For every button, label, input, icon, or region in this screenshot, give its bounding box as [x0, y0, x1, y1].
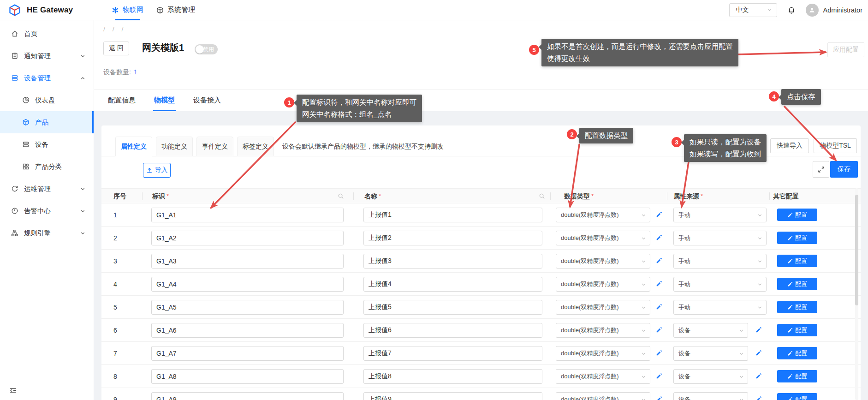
- source-select[interactable]: 设备: [673, 369, 748, 384]
- data-type-select[interactable]: double(双精度浮点数): [556, 369, 650, 384]
- import-button[interactable]: 导入: [143, 163, 171, 178]
- name-input[interactable]: [363, 231, 542, 245]
- config-button[interactable]: 配置: [777, 209, 817, 221]
- edit-data-type-icon[interactable]: [656, 304, 662, 310]
- avatar[interactable]: [806, 4, 819, 17]
- source-select[interactable]: 手动: [673, 277, 767, 292]
- sidebar-item-rules[interactable]: 规则引擎: [0, 222, 94, 244]
- edit-data-type-icon[interactable]: [656, 281, 662, 287]
- search-icon[interactable]: [539, 193, 545, 199]
- data-type-select[interactable]: double(双精度浮点数): [556, 392, 650, 400]
- table-scrollbar-thumb[interactable]: [855, 195, 858, 305]
- tsl-button[interactable]: 物模型TSL: [814, 138, 857, 153]
- name-input[interactable]: [363, 369, 542, 384]
- sidebar-item-home[interactable]: 首页: [0, 23, 94, 45]
- name-input[interactable]: [363, 300, 542, 315]
- model-tab-tag[interactable]: 标签定义: [237, 137, 274, 156]
- edit-source-icon[interactable]: [755, 327, 762, 333]
- source-select[interactable]: 设备: [673, 323, 748, 338]
- config-button[interactable]: 配置: [777, 232, 817, 244]
- edit-source-icon[interactable]: [755, 350, 762, 356]
- source-select[interactable]: 手动: [673, 254, 767, 269]
- data-type-select[interactable]: double(双精度浮点数): [556, 300, 650, 315]
- name-input[interactable]: [363, 392, 542, 400]
- topnav-item-iot[interactable]: 物联网: [105, 0, 150, 20]
- language-select[interactable]: 中文: [729, 3, 777, 17]
- sidebar-item-label: 设备管理: [24, 74, 51, 83]
- sidebar-item-notice[interactable]: 通知管理: [0, 45, 94, 67]
- tab-config-info[interactable]: 配置信息: [107, 90, 137, 111]
- fullscreen-button[interactable]: [813, 161, 829, 178]
- brand-logo[interactable]: HE Gateway: [0, 4, 94, 17]
- model-tab-attribute[interactable]: 属性定义: [115, 137, 152, 156]
- status-toggle[interactable]: 禁用: [195, 44, 218, 54]
- sidebar-item-ops[interactable]: 运维管理: [0, 178, 94, 200]
- data-type-select[interactable]: double(双精度浮点数): [556, 323, 650, 338]
- source-select[interactable]: 设备: [673, 346, 748, 361]
- quick-import-button[interactable]: 快速导入: [770, 138, 809, 153]
- back-button[interactable]: 返回: [103, 42, 129, 55]
- config-button[interactable]: 配置: [777, 301, 817, 313]
- row-index: 9: [113, 388, 117, 400]
- name-input[interactable]: [363, 346, 542, 361]
- notification-bell-icon[interactable]: [787, 6, 796, 14]
- header-separator: [769, 192, 770, 200]
- source-select[interactable]: 手动: [673, 208, 767, 222]
- sidebar-item-product[interactable]: 产品: [0, 111, 94, 133]
- name-input[interactable]: [363, 208, 542, 222]
- source-select[interactable]: 手动: [673, 231, 767, 245]
- data-type-select[interactable]: double(双精度浮点数): [556, 277, 650, 292]
- sidebar-item-product-category[interactable]: 产品分类: [0, 155, 94, 178]
- config-button[interactable]: 配置: [777, 255, 817, 267]
- name-input[interactable]: [363, 323, 542, 338]
- edit-data-type-icon[interactable]: [656, 234, 662, 241]
- edit-data-type-icon[interactable]: [656, 396, 662, 400]
- name-input[interactable]: [363, 277, 542, 292]
- thing-model-card: 属性定义功能定义事件定义标签定义 设备会默认继承产品的物模型，继承的物模型不支持…: [101, 125, 861, 400]
- sidebar-item-device-mgmt[interactable]: 设备管理: [0, 67, 94, 89]
- save-button[interactable]: 保存: [830, 161, 858, 178]
- data-type-select[interactable]: double(双精度浮点数): [556, 346, 650, 361]
- edit-source-icon[interactable]: [755, 396, 762, 400]
- model-tab-event[interactable]: 事件定义: [196, 137, 233, 156]
- name-input[interactable]: [363, 254, 542, 269]
- edit-data-type-icon[interactable]: [656, 211, 662, 218]
- identifier-input[interactable]: [151, 277, 344, 292]
- model-tab-function[interactable]: 功能定义: [156, 137, 193, 156]
- edit-source-icon[interactable]: [755, 373, 762, 379]
- data-type-select[interactable]: double(双精度浮点数): [556, 208, 650, 222]
- tab-label: 物模型: [154, 96, 175, 105]
- source-select[interactable]: 设备: [673, 392, 748, 400]
- config-button[interactable]: 配置: [777, 278, 817, 290]
- tab-device-access[interactable]: 设备接入: [192, 90, 222, 111]
- apply-config-button[interactable]: 应用配置: [827, 42, 864, 57]
- tab-thing-model[interactable]: 物模型: [153, 90, 176, 111]
- model-tab-label: 功能定义: [161, 143, 187, 151]
- sidebar-item-device[interactable]: 设备: [0, 133, 94, 155]
- edit-data-type-icon[interactable]: [656, 350, 662, 356]
- sidebar-item-label: 规则引擎: [24, 229, 51, 238]
- identifier-input[interactable]: [151, 208, 344, 222]
- identifier-input[interactable]: [151, 369, 344, 384]
- config-button[interactable]: 配置: [777, 324, 817, 336]
- config-button[interactable]: 配置: [777, 393, 817, 400]
- identifier-input[interactable]: [151, 231, 344, 245]
- identifier-input[interactable]: [151, 392, 344, 400]
- sidebar-collapse-icon[interactable]: [9, 387, 17, 394]
- config-button[interactable]: 配置: [777, 370, 817, 382]
- edit-data-type-icon[interactable]: [656, 373, 662, 379]
- data-type-select[interactable]: double(双精度浮点数): [556, 254, 650, 269]
- source-select[interactable]: 手动: [673, 300, 767, 315]
- data-type-select[interactable]: double(双精度浮点数): [556, 231, 650, 245]
- config-button[interactable]: 配置: [777, 347, 817, 359]
- topnav-item-system[interactable]: 系统管理: [150, 0, 202, 20]
- identifier-input[interactable]: [151, 346, 344, 361]
- sidebar-item-dashboard[interactable]: 仪表盘: [0, 89, 94, 111]
- sidebar-item-alarm[interactable]: 告警中心: [0, 200, 94, 222]
- search-icon[interactable]: [338, 193, 344, 199]
- identifier-input[interactable]: [151, 254, 344, 269]
- edit-data-type-icon[interactable]: [656, 257, 662, 264]
- identifier-input[interactable]: [151, 323, 344, 338]
- identifier-input[interactable]: [151, 300, 344, 315]
- edit-data-type-icon[interactable]: [656, 327, 662, 333]
